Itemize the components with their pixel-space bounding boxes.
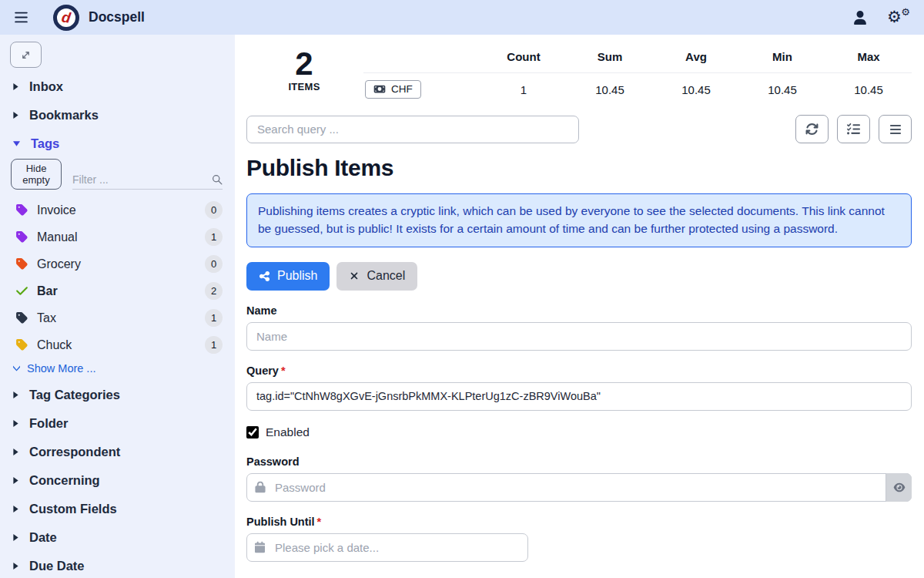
refresh-button[interactable] — [795, 115, 829, 143]
tag-count-badge: 2 — [205, 282, 223, 300]
sidebar-item-date[interactable]: Date — [0, 523, 235, 552]
refresh-icon — [805, 123, 819, 136]
main-content: 2 ITEMS Count Sum Avg Min Max CHF 1 10.4… — [235, 35, 924, 578]
menu-toggle-button[interactable] — [11, 7, 32, 28]
stat-count-value: 1 — [480, 73, 567, 99]
currency-badge[interactable]: CHF — [365, 80, 421, 99]
query-label: Query* — [246, 365, 912, 377]
publish-info-message: Publishing items creates a cryptic link,… — [246, 193, 912, 247]
sidebar-item-concerning[interactable]: Concerning — [0, 466, 235, 495]
search-icon — [212, 174, 223, 185]
eye-icon — [893, 482, 906, 492]
password-input[interactable] — [246, 473, 912, 502]
publish-until-field — [246, 533, 528, 562]
col-header-max: Max — [825, 44, 912, 73]
calendar-icon — [255, 542, 265, 553]
item-count: 2 — [246, 47, 362, 81]
caret-right-icon — [12, 391, 19, 399]
top-navbar: d Docspell ⚙ ⚙ — [0, 0, 924, 35]
stat-avg-value: 10.45 — [653, 73, 739, 99]
tag-icon — [15, 311, 28, 324]
currency-stats-table: Count Sum Avg Min Max CHF 1 10.45 10.45 … — [363, 44, 912, 99]
sidebar-item-tag-categories[interactable]: Tag Categories — [0, 381, 235, 409]
x-icon — [349, 271, 360, 281]
tag-count-badge: 0 — [205, 255, 223, 273]
sidebar-item-tags[interactable]: Tags — [0, 129, 235, 158]
show-more-link[interactable]: Show More ... — [0, 358, 235, 381]
sidebar-item-folder[interactable]: Folder — [0, 409, 235, 438]
bars-icon — [889, 123, 902, 136]
caret-right-icon — [12, 448, 19, 456]
stats-summary: 2 ITEMS Count Sum Avg Min Max CHF 1 10.4… — [246, 42, 912, 99]
caret-down-icon — [12, 140, 21, 147]
tag-filter — [72, 173, 223, 190]
password-field — [246, 473, 912, 502]
money-bill-icon — [373, 84, 386, 94]
settings-gears-icon[interactable]: ⚙ ⚙ — [887, 8, 910, 27]
tag-filter-input[interactable] — [72, 173, 212, 186]
enabled-field: Enabled — [246, 425, 912, 439]
caret-right-icon — [12, 505, 19, 513]
expand-diagonal-icon — [20, 49, 32, 61]
stat-sum-value: 10.45 — [567, 73, 653, 99]
tag-row-tax[interactable]: Tax 1 — [0, 304, 235, 331]
check-icon — [15, 284, 28, 297]
col-header-sum: Sum — [567, 44, 653, 73]
lock-icon — [255, 482, 266, 493]
name-input[interactable] — [246, 322, 912, 351]
caret-right-icon — [12, 562, 19, 570]
hide-empty-button[interactable]: Hide empty — [11, 159, 62, 190]
tag-row-manual[interactable]: Manual 1 — [0, 223, 235, 250]
caret-right-icon — [12, 533, 19, 542]
sidebar-item-bookmarks[interactable]: Bookmarks — [0, 101, 235, 129]
menu-bars-button[interactable] — [879, 115, 912, 143]
enabled-checkbox[interactable] — [246, 426, 259, 439]
tag-count-badge: 1 — [205, 336, 223, 354]
tag-icon — [15, 338, 28, 351]
col-header-min: Min — [739, 44, 825, 73]
page-title: Publish Items — [246, 155, 912, 181]
sidebar-item-custom-fields[interactable]: Custom Fields — [0, 495, 235, 523]
sidebar-item-due-date[interactable]: Due Date — [0, 552, 235, 578]
select-mode-button[interactable] — [837, 115, 870, 143]
caret-right-icon — [12, 111, 19, 119]
tag-row-grocery[interactable]: Grocery 0 — [0, 250, 235, 277]
tag-icon — [15, 230, 28, 244]
user-account-icon[interactable] — [853, 11, 867, 25]
tag-row-chuck[interactable]: Chuck 1 — [0, 331, 235, 358]
query-input[interactable] — [246, 382, 912, 411]
caret-right-icon — [12, 419, 19, 428]
collapse-sidebar-button[interactable] — [10, 42, 42, 68]
tag-count-badge: 1 — [205, 309, 223, 327]
toggle-password-visibility-button[interactable] — [886, 473, 912, 502]
publish-until-label: Publish Until* — [246, 516, 912, 528]
tag-icon — [15, 257, 28, 271]
share-icon — [259, 271, 270, 282]
docspell-logo[interactable]: d — [53, 5, 79, 31]
hamburger-icon — [14, 10, 28, 25]
caret-right-icon — [12, 476, 19, 485]
tag-icon — [15, 203, 28, 217]
name-label: Name — [246, 304, 912, 317]
sidebar-item-inbox[interactable]: Inbox — [0, 72, 235, 101]
required-mark: * — [317, 516, 322, 528]
stat-max-value: 10.45 — [825, 73, 912, 99]
tag-row-invoice[interactable]: Invoice 0 — [0, 197, 235, 223]
publish-button[interactable]: Publish — [246, 262, 330, 291]
publish-until-input[interactable] — [246, 533, 528, 562]
tag-count-badge: 1 — [205, 228, 223, 246]
sidebar-item-correspondent[interactable]: Correspondent — [0, 438, 235, 466]
password-label: Password — [246, 455, 912, 468]
tag-row-bar-selected[interactable]: Bar 2 — [0, 277, 235, 304]
cancel-button[interactable]: Cancel — [336, 262, 417, 291]
caret-right-icon — [12, 82, 19, 91]
items-label: ITEMS — [246, 81, 362, 92]
col-header-avg: Avg — [653, 44, 739, 73]
tasks-list-icon — [847, 123, 860, 136]
app-title: Docspell — [89, 9, 145, 25]
sidebar: Inbox Bookmarks Tags Hide empty Invoice … — [0, 35, 235, 578]
enabled-label: Enabled — [266, 425, 310, 439]
search-query-input[interactable] — [246, 116, 579, 143]
required-mark: * — [281, 365, 286, 377]
col-header-count: Count — [480, 44, 567, 73]
